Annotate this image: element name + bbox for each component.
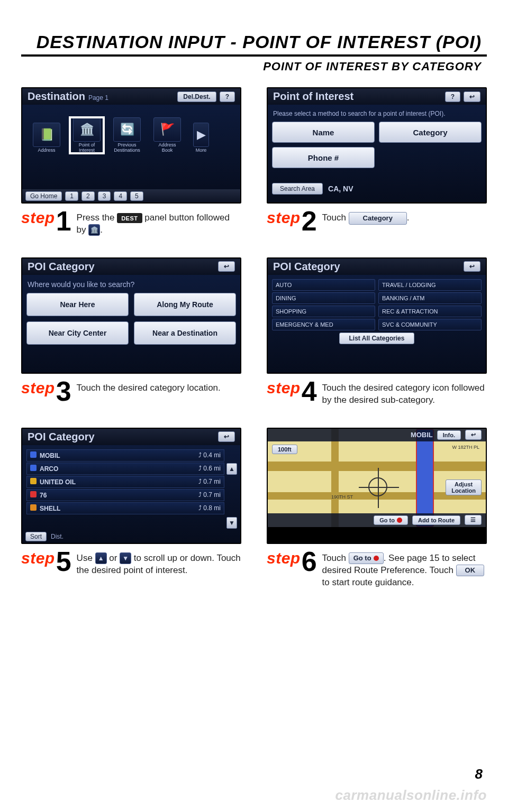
- page-subtitle: POINT OF INTEREST BY CATEGORY: [21, 60, 487, 73]
- step-6-caption: step 6 Touch Go to. See page 15 to selec…: [267, 549, 487, 589]
- screen-poi-cat-where: POI Category ↩ Where would you like to s…: [21, 257, 241, 374]
- s2-header: Point of Interest: [273, 90, 353, 103]
- preset-3[interactable]: 3: [98, 191, 111, 201]
- preset-1[interactable]: 1: [65, 191, 78, 201]
- dest-more[interactable]: ▶More: [190, 123, 212, 153]
- poi-phone-button[interactable]: Phone #: [272, 147, 375, 168]
- step-label: step: [21, 379, 55, 397]
- step-1-text: Press the DEST panel button followed by …: [77, 209, 241, 236]
- s4-header: POI Category: [273, 261, 340, 273]
- step-2-number: 2: [302, 209, 317, 234]
- poi-icon: 🏛️: [88, 224, 100, 236]
- street-label-182th: W 182TH PL: [452, 445, 479, 450]
- category-chip: Category: [349, 212, 407, 225]
- s1-header: Destination: [28, 90, 85, 102]
- cat-shopping[interactable]: SHOPPING: [272, 306, 375, 317]
- cat-emergency[interactable]: EMERGENCY & MED: [272, 319, 375, 330]
- go-home-button[interactable]: Go Home: [25, 191, 62, 201]
- step-label: step: [21, 549, 55, 567]
- help-button[interactable]: ?: [220, 91, 235, 102]
- dest-address-book[interactable]: 🚩Address Book: [150, 117, 184, 153]
- s2-hint: Please select a method to search for a p…: [273, 110, 480, 117]
- step-2-cell: Point of Interest ? ↩ Please select a me…: [267, 87, 487, 236]
- result-row-arco[interactable]: ARCO⤴ 0.6 mi: [26, 463, 224, 475]
- ok-chip: OK: [456, 565, 485, 576]
- map-info-button[interactable]: Info.: [437, 430, 461, 440]
- preset-2[interactable]: 2: [81, 191, 95, 201]
- near-destination-button[interactable]: Near a Destination: [134, 321, 236, 345]
- step-5-number: 5: [56, 549, 71, 574]
- s1-header-page: Page 1: [88, 94, 108, 102]
- map-brand: MOBIL: [411, 431, 433, 439]
- preset-4[interactable]: 4: [114, 191, 127, 201]
- step-label: step: [267, 209, 301, 227]
- screen-poi-results: POI Category ↩ MOBIL⤴ 0.4 mi ARCO⤴ 0.6 m…: [21, 428, 241, 544]
- cat-svc[interactable]: SVC & COMMUNITY: [378, 319, 482, 330]
- map-back-button[interactable]: ↩: [465, 430, 482, 440]
- step-6-number: 6: [302, 549, 317, 574]
- map-scale-button[interactable]: 100ft: [272, 445, 297, 454]
- dest-address[interactable]: 📗Address: [30, 123, 64, 153]
- street-label-190th: 190TH ST: [331, 494, 353, 500]
- list-all-categories-button[interactable]: List All Categories: [339, 333, 415, 344]
- s2-help-button[interactable]: ?: [445, 91, 460, 102]
- step-4-caption: step 4 Touch the desired category icon f…: [267, 379, 487, 407]
- search-area-value: CA, NV: [328, 184, 353, 193]
- result-row-mobil[interactable]: MOBIL⤴ 0.4 mi: [26, 449, 224, 462]
- cat-banking[interactable]: BANKING / ATM: [378, 292, 482, 304]
- poi-category-button[interactable]: Category: [379, 122, 482, 143]
- step-label: step: [21, 209, 55, 227]
- map-crosshair-icon: [368, 477, 387, 496]
- add-to-route-button[interactable]: Add to Route: [412, 515, 460, 525]
- dest-panel-chip: DEST: [117, 213, 142, 224]
- s5-back-button[interactable]: ↩: [218, 431, 235, 442]
- scroll-up-button[interactable]: ▲: [226, 463, 237, 475]
- step-2-text: Touch Category.: [322, 209, 410, 225]
- s2-back-button[interactable]: ↩: [464, 91, 480, 102]
- result-row-76[interactable]: 76⤴ 0.7 mi: [26, 489, 224, 501]
- near-city-center-button[interactable]: Near City Center: [26, 321, 129, 345]
- adjust-location-button[interactable]: Adjust Location: [446, 479, 482, 495]
- step-4-text: Touch the desired category icon followed…: [322, 379, 487, 407]
- screen-map: 190TH ST W 182TH PL MOBIL Info. ↩ 100ft …: [267, 428, 487, 544]
- page-title: DESTINATION INPUT - POINT OF INTEREST (P…: [21, 32, 487, 52]
- cat-dining[interactable]: DINING: [272, 292, 375, 304]
- step-2-caption: step 2 Touch Category.: [267, 209, 487, 234]
- screen-poi: Point of Interest ? ↩ Please select a me…: [267, 87, 487, 204]
- result-row-shell[interactable]: SHELL⤴ 0.8 mi: [26, 502, 224, 514]
- s3-hint: Where would you like to search?: [28, 280, 235, 289]
- goto-chip: Go to: [349, 552, 384, 564]
- cat-auto[interactable]: AUTO: [272, 279, 375, 291]
- scroll-down-button[interactable]: ▼: [226, 517, 237, 529]
- step-4-number: 4: [302, 379, 317, 404]
- step-5-cell: POI Category ↩ MOBIL⤴ 0.4 mi ARCO⤴ 0.6 m…: [21, 428, 241, 589]
- step-3-caption: step 3 Touch the desired category locati…: [21, 379, 241, 404]
- preset-5[interactable]: 5: [130, 191, 143, 201]
- map-menu-button[interactable]: ☰: [465, 515, 482, 525]
- page-number: 8: [475, 766, 483, 782]
- go-to-button[interactable]: Go to: [374, 515, 408, 525]
- sort-button[interactable]: Sort: [25, 532, 47, 541]
- result-row-united-oil[interactable]: UNITED OIL⤴ 0.7 mi: [26, 476, 224, 488]
- step-6-text: Touch Go to. See page 15 to select desir…: [322, 549, 487, 589]
- step-label: step: [267, 379, 301, 397]
- del-dest-button[interactable]: Del.Dest.: [177, 91, 216, 102]
- s5-header: POI Category: [28, 431, 95, 443]
- step-4-cell: POI Category ↩ AUTO TRAVEL / LODGING DIN…: [267, 257, 487, 407]
- dest-poi[interactable]: 🏛️Point of Interest: [70, 117, 104, 153]
- along-route-button[interactable]: Along My Route: [134, 293, 236, 316]
- dest-previous[interactable]: 🔄Previous Destinations: [110, 117, 144, 153]
- step-3-cell: POI Category ↩ Where would you like to s…: [21, 257, 241, 407]
- search-area-button[interactable]: Search Area: [272, 183, 323, 195]
- cat-travel[interactable]: TRAVEL / LODGING: [378, 279, 482, 291]
- near-here-button[interactable]: Near Here: [26, 293, 129, 316]
- step-5-text: Use ▲ or ▼ to scroll up or down. Touch t…: [77, 549, 241, 577]
- s3-back-button[interactable]: ↩: [218, 261, 235, 272]
- step-1-number: 1: [56, 209, 71, 234]
- s4-back-button[interactable]: ↩: [464, 261, 480, 272]
- cat-rec[interactable]: REC & ATTRACTION: [378, 306, 482, 317]
- scroll-down-icon: ▼: [120, 552, 131, 564]
- sort-value: Dist.: [51, 533, 64, 540]
- poi-name-button[interactable]: Name: [272, 122, 375, 143]
- step-5-caption: step 5 Use ▲ or ▼ to scroll up or down. …: [21, 549, 241, 577]
